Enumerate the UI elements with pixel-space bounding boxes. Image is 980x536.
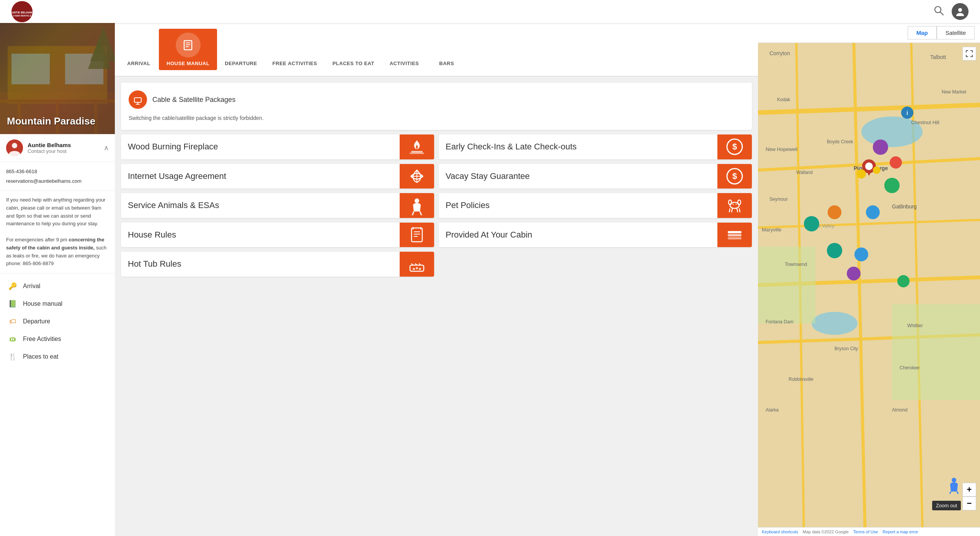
svg-line-58 [729,208,730,212]
map-fullscreen-button[interactable] [962,47,976,61]
svg-text:AUNTIE BELHAMS: AUNTIE BELHAMS [11,11,33,14]
tab-house-manual[interactable]: HOUSE MANUAL [159,29,217,70]
svg-point-114 [857,169,866,179]
svg-rect-13 [11,54,50,84]
svg-text:Seymour: Seymour [769,197,788,202]
sidebar-item-departure[interactable]: 🏷 Departure [0,313,115,330]
svg-point-123 [804,216,819,231]
tab-departure[interactable]: DEPARTURE [217,29,265,70]
svg-point-3 [935,7,941,13]
info-text-2: For emergencies after 9 pm [6,237,69,243]
card-pet-policies-title: Pet Policies [446,200,490,211]
svg-line-130 [957,492,958,494]
places-to-eat-icon: 🍴 [8,353,18,361]
host-toggle-button[interactable]: ∧ [104,144,109,152]
logo-icon: AUNTIE BELHAMS CABIN RENTALS [11,1,33,22]
svg-text:Kodak: Kodak [777,97,791,102]
cabin-hero-bg: Mountain Paradise [0,23,115,134]
user-avatar[interactable] [952,3,969,20]
host-name: Auntie Belhams [28,142,99,148]
info-text: If you need help with anything regarding… [0,191,115,274]
svg-rect-71 [728,234,742,236]
map-area: Corryton Talbott New Market Kodak New Ho… [758,43,980,527]
svg-text:Chestnut Hill: Chestnut Hill [911,120,939,125]
sidebar-item-house-manual[interactable]: 📗 House manual [0,295,115,313]
tab-free-activities[interactable]: FREE ACTIVITIES [265,29,325,70]
svg-text:Corryton: Corryton [769,50,790,56]
sidebar-item-free-activities[interactable]: 🎟 Free Activities [0,330,115,348]
svg-point-52 [415,198,419,203]
svg-text:$: $ [732,171,737,181]
sidebar-item-arrival[interactable]: 🔑 Arrival [0,277,115,295]
zoom-out-button[interactable]: − [962,497,976,510]
svg-rect-20 [137,41,140,50]
sidebar: Mountain Paradise Auntie Belhams Contact… [0,23,115,536]
top-header: AUNTIE BELHAMS CABIN RENTALS [0,0,980,23]
card-vacay-guarantee-title: Vacay Stay Guarantee [446,171,530,182]
card-house-rules-text: House Rules [121,223,400,248]
svg-point-113 [865,162,873,170]
tab-activities-icon [392,33,416,57]
svg-rect-72 [728,237,742,239]
svg-point-75 [416,267,418,269]
cable-satellite-card[interactable]: Cable & Satellite Packages Switching the… [121,83,752,130]
card-pet-policies-icon [717,193,752,218]
card-early-checkout[interactable]: Early Check-Ins & Late Check-outs $ [439,134,752,159]
zoom-in-button[interactable]: + [962,483,976,497]
map-tab-map[interactable]: Map [908,26,937,39]
svg-point-122 [890,156,902,169]
svg-text:Talbott: Talbott [930,54,946,60]
card-wood-fireplace-title: Wood Burning Fireplace [128,141,218,152]
card-service-animals-text: Service Animals & ESAs [121,193,400,218]
card-early-checkout-icon: $ [717,134,752,159]
card-internet-usage[interactable]: Internet Usage Agreement [121,164,434,189]
sidebar-item-free-activities-label: Free Activities [23,336,61,343]
card-provided-cabin-title: Provided At Your Cabin [446,229,532,241]
map-terms[interactable]: Terms of Use [853,529,878,534]
svg-text:New Market: New Market [942,89,967,95]
house-manual-icon: 📗 [8,300,18,308]
map-keyboard-shortcuts[interactable]: Keyboard shortcuts [762,529,798,534]
tab-house-manual-label: HOUSE MANUAL [167,61,209,66]
svg-line-53 [412,211,414,215]
card-service-animals[interactable]: Service Animals & ESAs [121,193,434,218]
tab-arrival-icon [126,33,151,57]
svg-text:Boyds Creek: Boyds Creek [827,139,854,144]
tab-bars[interactable]: BARS [426,29,467,70]
departure-icon: 🏷 [8,318,18,325]
sidebar-item-places-to-eat-label: Places to eat [23,353,59,360]
svg-point-87 [812,312,858,335]
card-vacay-guarantee[interactable]: Vacay Stay Guarantee $ [439,164,752,189]
svg-line-59 [732,208,732,212]
host-avatar [6,139,23,156]
phone-number: 865-436-6618 [6,167,109,176]
sidebar-item-places-to-eat[interactable]: 🍴 Places to eat [0,348,115,366]
center-content: ARRIVAL HOUSE MANUAL DEPARTURE FREE ACTI… [115,23,758,536]
tab-departure-label: DEPARTURE [225,61,257,66]
tab-arrival[interactable]: ARRIVAL [119,29,159,70]
svg-marker-36 [400,41,408,49]
svg-rect-29 [290,42,300,48]
card-hot-tub-rules[interactable]: Hot Tub Rules [121,252,434,277]
card-provided-cabin[interactable]: Provided At Your Cabin [439,223,752,248]
svg-text:Fontana Dam: Fontana Dam [766,319,794,325]
map-tab-satellite[interactable]: Satellite [937,26,975,39]
sidebar-nav: 🔑 Arrival 📗 House manual 🏷 Departure 🎟 F… [0,274,115,369]
card-service-animals-icon [400,193,434,218]
street-view-button[interactable] [948,477,960,497]
svg-rect-45 [410,152,424,154]
map-report-error[interactable]: Report a map error [883,529,918,534]
card-service-animals-title: Service Animals & ESAs [128,200,219,211]
tab-activities[interactable]: ACTIVITIES [382,29,427,70]
card-wood-fireplace[interactable]: Wood Burning Fireplace [121,134,434,159]
tab-places-to-eat[interactable]: PLACES TO EAT [325,29,382,70]
svg-text:Whittier: Whittier [907,323,923,328]
tab-departure-icon [229,33,253,57]
svg-point-124 [827,243,842,258]
card-pet-policies[interactable]: Pet Policies [439,193,752,218]
main-layout: Mountain Paradise Auntie Belhams Contact… [0,23,980,536]
tab-activities-label: ACTIVITIES [390,61,419,66]
search-button[interactable] [933,5,944,18]
card-hot-tub-rules-title: Hot Tub Rules [128,259,181,270]
card-house-rules[interactable]: House Rules [121,223,434,248]
